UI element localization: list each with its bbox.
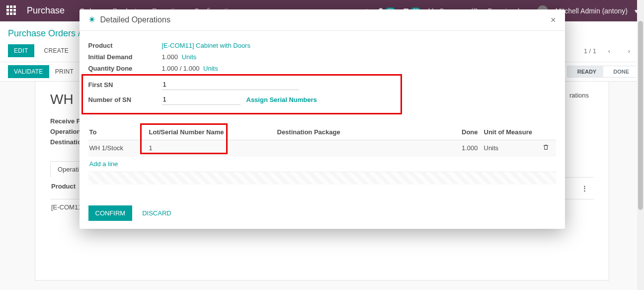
confirm-button[interactable]: CONFIRM <box>88 205 133 221</box>
svg-point-1 <box>90 18 93 21</box>
label-initial-demand: Initial Demand <box>88 53 162 61</box>
apps-icon[interactable] <box>6 5 18 17</box>
kebab-icon[interactable]: ⋮ <box>576 183 593 194</box>
status-done[interactable]: DONE <box>603 66 636 78</box>
th-uom: Unit of Measure <box>484 128 536 136</box>
username[interactable]: Mitchell Admin (antony) <box>555 7 628 15</box>
pager-text: 1 / 1 <box>584 47 596 55</box>
quantity-done-value: 1.000 / 1.000 <box>162 65 200 72</box>
create-button[interactable]: CREATE <box>38 44 75 57</box>
assign-serial-numbers-link[interactable]: Assign Serial Numbers <box>246 96 317 103</box>
status-ready[interactable]: READY <box>567 66 604 78</box>
label-first-sn: First SN <box>88 81 162 89</box>
cell-to[interactable]: WH 1/Stock <box>88 144 149 152</box>
close-icon[interactable]: × <box>551 15 556 24</box>
label-number-of-sn: Number of SN <box>88 96 162 103</box>
cell-done[interactable]: 1.000 <box>431 144 484 152</box>
pager: 1 / 1 ‹ › <box>584 44 636 58</box>
th-done: Done <box>431 128 484 136</box>
serial-lines-table: To Lot/Serial Number Name Destination Pa… <box>88 124 556 185</box>
validate-button[interactable]: VALIDATE <box>8 65 49 78</box>
th-product: Product <box>51 183 76 194</box>
scrollbar-thumb[interactable] <box>638 21 643 210</box>
th-lot: Lot/Serial Number Name <box>149 128 277 136</box>
initial-demand-qty: 1.000 <box>162 53 178 61</box>
cell-lot[interactable]: 1 <box>149 144 277 152</box>
product-link[interactable]: [E-COM11] Cabinet with Doors <box>162 42 250 49</box>
initial-demand-uom[interactable]: Units <box>182 53 197 61</box>
pager-next-icon[interactable]: › <box>622 44 636 58</box>
discard-button[interactable]: DISCARD <box>135 205 178 221</box>
print-button[interactable]: PRINT <box>49 65 80 78</box>
cell-product[interactable]: [E-COM11 <box>51 203 81 211</box>
label-product: Product <box>88 42 162 49</box>
modal-title: Detailed Operations <box>100 15 170 24</box>
table-row[interactable]: WH 1/Stock 1 1.000 Units <box>88 140 556 156</box>
brand-title[interactable]: Purchase <box>27 5 65 16</box>
first-sn-input[interactable] <box>162 79 299 90</box>
quantity-done-uom[interactable]: Units <box>203 65 218 72</box>
bug-icon[interactable] <box>88 16 95 24</box>
cell-uom[interactable]: Units <box>484 144 536 152</box>
detailed-operations-modal: Detailed Operations × Product [E-COM11] … <box>80 9 565 229</box>
label-quantity-done: Quantity Done <box>88 65 162 72</box>
trash-icon[interactable] <box>543 145 549 152</box>
number-of-sn-input[interactable] <box>162 94 241 105</box>
pager-prev-icon[interactable]: ‹ <box>602 44 616 58</box>
add-a-line[interactable]: Add a line <box>88 156 556 172</box>
th-destination-package: Destination Package <box>277 128 431 136</box>
scrollbar[interactable] <box>637 0 644 290</box>
edit-button[interactable]: EDIT <box>8 44 34 57</box>
th-to: To <box>88 128 149 136</box>
